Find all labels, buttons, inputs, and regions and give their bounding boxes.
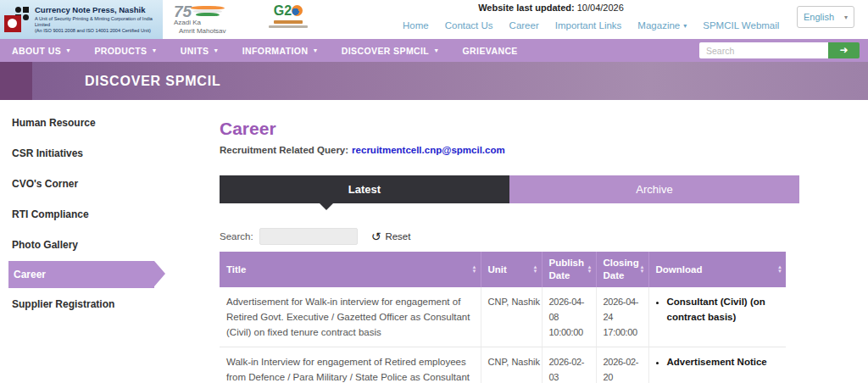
nav-items: ABOUT US▼PRODUCTS▼UNITS▼INFORMATION▼DISC… [12,46,541,56]
chevron-down-icon: ▼ [433,47,439,53]
main-navbar: ABOUT US▼PRODUCTS▼UNITS▼INFORMATION▼DISC… [0,39,868,62]
sort-icon: ▲▼ [533,265,538,274]
logo-text: Currency Note Press, Nashik A Unit of Se… [35,5,159,34]
top-links: HomeContact UsCareerImportant LinksMagaz… [403,20,779,31]
g20-logo: G2 [262,3,314,37]
column-header-download[interactable]: Download▲▼ [648,252,786,287]
org-subtitle: A Unit of Security Printing & Minting Co… [35,16,159,28]
column-header-unit[interactable]: Unit▲▼ [481,252,542,287]
sidebar-menu: Human ResourceCSR InitiativesCVO's Corne… [0,107,197,320]
top-link-magazine[interactable]: Magazine▾ [637,20,687,31]
nav-item-about-us[interactable]: ABOUT US▼ [12,46,71,56]
table-row: Walk-in Interview for engagement of Reti… [220,347,786,383]
cell-closing-date: 2026-04-24 17:00:00 [596,287,648,347]
cell-download: Advertisement Notice [648,347,786,383]
column-header-title[interactable]: Title▲▼ [220,252,481,287]
page-banner: DISCOVER SPMCIL [0,62,868,100]
nav-item-discover-spmcil[interactable]: DISCOVER SPMCIL▼ [342,46,440,56]
top-link-important-links[interactable]: Important Links [555,20,622,31]
cell-publish-date: 2026-04-08 10:00:00 [542,287,596,347]
sidebar-item-supplier-registration[interactable]: Supplier Registration [0,290,197,319]
top-link-contact-us[interactable]: Contact Us [445,20,493,31]
table-search-row: Search: ↺ Reset [220,228,799,245]
cell-closing-date: 2026-02-20 18:10:00 [596,347,648,383]
top-link-career[interactable]: Career [509,20,539,31]
logo-block: Currency Note Press, Nashik A Unit of Se… [0,0,163,39]
chevron-down-icon: ▼ [213,47,219,53]
column-header-publish-date[interactable]: Publish Date▲▼ [542,252,596,287]
nav-item-information[interactable]: INFORMATION▼ [242,46,319,56]
org-title: Currency Note Press, Nashik [35,5,159,15]
sort-icon: ▲▼ [640,265,645,274]
page-title: Career [220,119,799,139]
spmcil-logo-icon [4,6,30,33]
cell-title: Advertisement for Walk-in interview for … [220,287,481,347]
chevron-down-icon: ▼ [152,47,158,53]
language-selected-value: English [804,12,834,22]
site-header: Currency Note Press, Nashik A Unit of Se… [0,0,868,39]
reset-button[interactable]: ↺ Reset [371,231,411,241]
top-link-spmcil-webmail[interactable]: SPMCIL Webmail [703,20,779,31]
azadi-ka-amrit-mahotsav-logo: 75 Azadi Ka Amrit Mahotsav [172,3,235,37]
recruitment-query-line: Recruitment Related Query:recruitmentcel… [220,145,799,155]
g20-globe-icon [292,5,303,16]
tab-bar: Latest Archive [220,175,799,203]
nav-item-products[interactable]: PRODUCTS▼ [94,46,157,56]
download-link-consultant-civil-on-contract-basis[interactable]: Consultant (Civil) (on contract basis) [667,294,782,325]
banner-title: DISCOVER SPMCIL [85,74,220,89]
column-header-closing-date[interactable]: Closing Date▲▼ [596,252,648,287]
sidebar-item-cvo-s-corner[interactable]: CVO's Corner [0,169,197,198]
top-link-home[interactable]: Home [403,20,429,31]
career-table: Title▲▼Unit▲▼Publish Date▲▼Closing Date▲… [220,252,786,383]
last-updated: Website last updated: 10/04/2026 [381,3,721,13]
reset-arrow-icon: ↺ [371,231,381,241]
cell-unit: CNP, Nashik [481,287,542,347]
nav-item-units[interactable]: UNITS▼ [181,46,220,56]
sidebar-item-csr-initiatives[interactable]: CSR Initiatives [0,139,197,168]
active-tab-pointer [320,203,333,210]
cell-publish-date: 2026-02-03 10:00:00 [542,347,596,383]
chevron-down-icon: ▼ [65,47,71,53]
search-input[interactable] [699,42,828,58]
banner-corner-decor [0,62,32,100]
india-flag-icon [191,6,225,16]
download-link-advertisement-notice[interactable]: Advertisement Notice [667,354,782,369]
org-certification: (An ISO 9001:2008 and ISO 14001:2004 Cer… [35,28,159,34]
table-row: Advertisement for Walk-in interview for … [220,287,786,347]
nav-search: ➜ [699,42,860,58]
cell-unit: CNP, Nashik [481,347,542,383]
sidebar-item-rti-compliance[interactable]: RTI Compliance [0,200,197,229]
nav-item-grievance[interactable]: GRIEVANCE [463,46,518,56]
main-content: Career Recruitment Related Query:recruit… [220,119,799,383]
cell-download: Consultant (Civil) (on contract basis) [648,287,786,347]
sidebar-item-photo-gallery[interactable]: Photo Gallery [0,230,197,259]
cell-title: Walk-in Interview for engagement of Reti… [220,347,481,383]
chevron-down-icon: ▾ [844,14,848,21]
sort-icon: ▲▼ [587,265,593,274]
g20-tagline [262,20,314,28]
sort-icon: ▲▼ [472,265,477,274]
table-search-input[interactable] [259,228,358,245]
search-go-button[interactable]: ➜ [828,42,860,58]
tab-archive[interactable]: Archive [509,175,799,203]
table-search-label: Search: [220,231,253,241]
chevron-down-icon: ▼ [312,47,318,53]
tab-latest[interactable]: Latest [220,175,509,203]
sidebar-item-career[interactable]: Career [8,261,154,288]
recruitment-email-link[interactable]: recruitmentcell.cnp@spmcil.com [352,145,505,155]
chevron-down-icon: ▾ [683,22,687,30]
career-table-wrap: Title▲▼Unit▲▼Publish Date▲▼Closing Date▲… [220,252,786,383]
language-selector[interactable]: English ▾ [797,6,854,28]
sort-icon: ▲▼ [777,265,782,274]
sidebar-item-human-resource[interactable]: Human Resource [0,108,197,137]
